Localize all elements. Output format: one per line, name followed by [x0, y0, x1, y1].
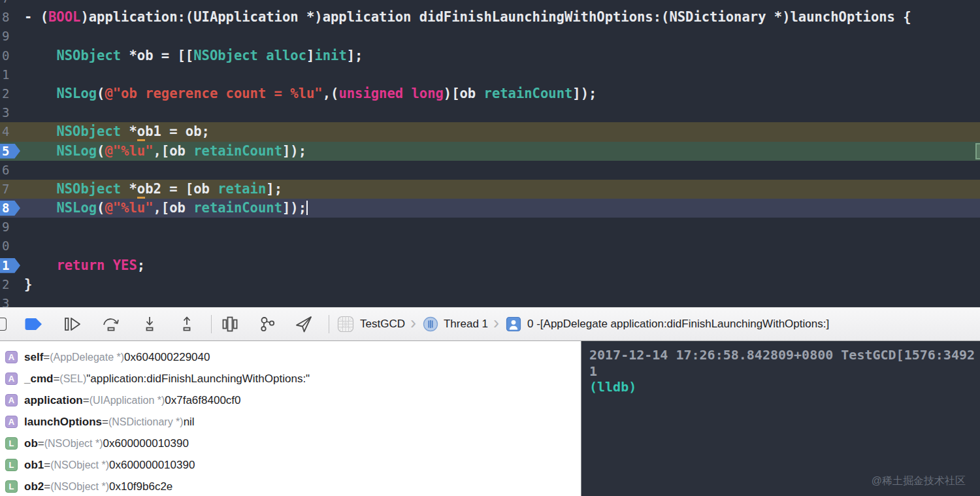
code-text[interactable]: [17, 65, 24, 84]
code-line[interactable]: 1: [0, 65, 980, 84]
code-text[interactable]: NSObject *ob2 = [ob retain];: [17, 180, 282, 199]
watermark: @稀土掘金技术社区: [872, 474, 966, 488]
line-number[interactable]: 9: [0, 218, 17, 237]
line-number[interactable]: 6: [0, 161, 17, 180]
code-line[interactable]: 3: [0, 294, 980, 307]
code-text[interactable]: [17, 161, 24, 180]
line-number[interactable]: 0: [0, 46, 17, 65]
console-output[interactable]: 2017-12-14 17:26:58.842809+0800 TestGCD[…: [581, 341, 980, 496]
debug-view-hierarchy-button[interactable]: [221, 315, 239, 333]
code-line[interactable]: 2}: [0, 275, 980, 294]
line-number[interactable]: 2: [0, 84, 17, 103]
step-over-button[interactable]: [101, 316, 121, 333]
breakpoints-toggle-button[interactable]: [24, 317, 44, 331]
variable-name: ob: [24, 437, 38, 450]
text-cursor: [306, 201, 308, 215]
equals-sign: =: [38, 437, 44, 450]
variable-name: self: [24, 351, 43, 364]
line-number[interactable]: 2: [0, 275, 17, 294]
code-line[interactable]: 8 NSLog(@"%lu",[ob retainCount]);: [0, 199, 980, 218]
variable-type: (UIApplication *): [90, 395, 165, 406]
variable-type: (SEL): [59, 373, 86, 385]
breadcrumb-thread[interactable]: Thread 1: [444, 318, 488, 331]
code-line[interactable]: 8- (BOOL)application:(UIApplication *)ap…: [0, 8, 980, 27]
variable-row[interactable]: A_cmd = (SEL) "application:didFinishLaun…: [5, 368, 581, 389]
variable-value: 0x10f9b6c2e: [109, 480, 172, 493]
code-text[interactable]: NSObject *ob1 = ob;: [17, 122, 210, 141]
local-badge-icon: L: [5, 480, 18, 493]
code-text[interactable]: [17, 27, 24, 46]
console-log-line: 1: [589, 363, 980, 380]
code-line[interactable]: 7: [0, 0, 980, 8]
code-line[interactable]: 9: [0, 218, 980, 237]
simulate-location-button[interactable]: [295, 315, 313, 333]
line-number[interactable]: 3: [0, 294, 17, 307]
stack-frame-icon: [506, 316, 521, 332]
lldb-prompt: (lldb): [589, 379, 980, 395]
xcode-debug-window: 78- (BOOL)application:(UIApplication *)a…: [0, 0, 980, 496]
chevron-right-icon: ›: [493, 314, 499, 332]
breakpoint-marker[interactable]: 8: [0, 199, 17, 218]
code-editor[interactable]: 78- (BOOL)application:(UIApplication *)a…: [0, 0, 980, 307]
line-number[interactable]: 9: [0, 27, 17, 46]
breadcrumb-process[interactable]: TestGCD: [360, 318, 405, 331]
code-line[interactable]: 9: [0, 27, 980, 46]
variable-row[interactable]: Aself = (AppDelegate *) 0x604000229040: [5, 346, 581, 368]
code-text[interactable]: [17, 218, 24, 237]
variable-value: 0x600000010390: [103, 437, 189, 450]
code-line[interactable]: 1 return YES;: [0, 256, 980, 275]
code-line[interactable]: 7 NSObject *ob2 = [ob retain];: [0, 180, 980, 199]
code-text[interactable]: NSObject *ob = [[NSObject alloc]init];: [17, 46, 363, 65]
line-number[interactable]: 0: [0, 237, 17, 256]
line-number[interactable]: 3: [0, 103, 17, 122]
variable-value: 0x7fa6f8400cf0: [165, 394, 240, 407]
breadcrumb-stack-frame[interactable]: 0 -[AppDelegate application:didFinishLau…: [527, 318, 829, 331]
variable-type: (NSObject *): [50, 481, 109, 493]
argument-badge-icon: A: [5, 372, 18, 385]
code-line[interactable]: 2 NSLog(@"ob regerence count = %lu",(uns…: [0, 84, 980, 103]
equals-sign: =: [44, 459, 50, 472]
variable-row[interactable]: Aapplication = (UIApplication *) 0x7fa6f…: [5, 389, 581, 411]
argument-badge-icon: A: [5, 394, 18, 406]
code-text[interactable]: [17, 103, 24, 122]
line-number[interactable]: 7: [0, 0, 17, 8]
variable-type: (AppDelegate *): [50, 352, 124, 363]
code-line[interactable]: 3: [0, 103, 980, 122]
variable-row[interactable]: AlaunchOptions = (NSDictionary *) nil: [5, 411, 581, 433]
continue-execution-button[interactable]: [63, 316, 82, 333]
code-line[interactable]: 6: [0, 161, 980, 180]
step-out-button[interactable]: [178, 316, 195, 333]
code-text[interactable]: NSLog(@"ob regerence count = %lu",(unsig…: [17, 84, 596, 103]
code-text[interactable]: }: [17, 275, 32, 294]
memory-graph-button[interactable]: [258, 315, 276, 333]
code-line[interactable]: 0 NSObject *ob = [[NSObject alloc]init];: [0, 46, 980, 65]
code-text[interactable]: [17, 237, 24, 256]
equals-sign: =: [83, 394, 90, 407]
variable-row[interactable]: Lob = (NSObject *) 0x600000010390: [5, 433, 581, 454]
variable-row[interactable]: Lob2 = (NSObject *) 0x10f9b6c2e: [5, 476, 581, 496]
code-line[interactable]: 4 NSObject *ob1 = ob;: [0, 122, 980, 141]
breakpoint-marker[interactable]: 1: [0, 256, 17, 275]
step-into-button[interactable]: [141, 316, 158, 333]
code-line[interactable]: 0: [0, 237, 980, 256]
console-log-line: 2017-12-14 17:26:58.842809+0800 TestGCD[…: [589, 347, 980, 363]
variables-view[interactable]: Aself = (AppDelegate *) 0x604000229040A_…: [0, 341, 581, 496]
variable-row[interactable]: Lob1 = (NSObject *) 0x600000010390: [5, 454, 581, 476]
line-number[interactable]: 7: [0, 180, 17, 199]
code-text[interactable]: return YES;: [17, 256, 145, 275]
code-text[interactable]: - (BOOL)application:(UIApplication *)app…: [17, 8, 911, 27]
argument-badge-icon: A: [5, 351, 18, 363]
thread-icon: [423, 316, 438, 332]
partial-edge-button-button[interactable]: [0, 318, 7, 331]
code-text[interactable]: [17, 294, 24, 307]
line-number[interactable]: 4: [0, 122, 17, 141]
code-text[interactable]: NSLog(@"%lu",[ob retainCount]);: [17, 199, 308, 218]
code-text[interactable]: NSLog(@"%lu",[ob retainCount]);: [17, 142, 306, 161]
line-number[interactable]: 1: [0, 65, 17, 84]
breakpoint-marker[interactable]: 5: [0, 142, 17, 161]
app-icon: [337, 316, 354, 333]
equals-sign: =: [102, 416, 108, 429]
code-line[interactable]: 5 NSLog(@"%lu",[ob retainCount]);: [0, 142, 980, 161]
code-text[interactable]: [17, 0, 24, 8]
line-number[interactable]: 8: [0, 8, 17, 27]
